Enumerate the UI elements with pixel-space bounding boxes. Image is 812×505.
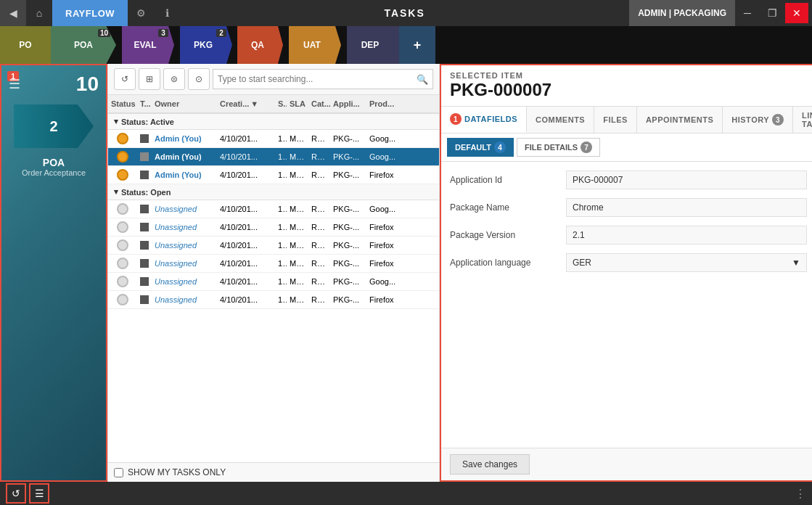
stage-pkg-label: PKG <box>194 40 213 50</box>
poa-subtitle: Order Acceptance <box>22 168 86 177</box>
field-label-package-version: Package Version <box>450 230 566 240</box>
active-label: Status: Active <box>121 118 174 126</box>
field-value-application-id: PKG-000007 <box>566 171 807 189</box>
bottom-refresh-button[interactable]: ↺ <box>6 483 26 504</box>
me-cell: ME... <box>287 222 308 232</box>
search-box: 🔍 <box>213 69 433 89</box>
chevron-down-icon: ▼ <box>792 258 800 268</box>
me-cell: ME... <box>287 276 308 287</box>
table-row[interactable]: Unassigned 4/10/201... 1... ME... RE... … <box>108 218 439 237</box>
subtab-file-details-label: FILE DETAILS <box>525 143 578 152</box>
header-created[interactable]: Creati... ▼ <box>217 98 275 110</box>
search-input[interactable] <box>218 74 417 84</box>
stage-eval-badge: 3 <box>158 29 168 37</box>
table-row[interactable]: Unassigned 4/10/201... 1... ME... RE... … <box>108 291 439 309</box>
bottom-list-button[interactable]: ☰ <box>29 483 49 504</box>
tab-linked-tasks[interactable]: LINKED TASKS <box>793 107 812 133</box>
show-my-tasks-input[interactable] <box>114 468 123 477</box>
table-row[interactable]: Admin (You) 4/10/201... 1... ME... RE...… <box>108 166 439 184</box>
task-toolbar: ↺ ⊞ ⊜ ⊙ 🔍 <box>108 64 439 95</box>
task-type-icon <box>140 259 149 268</box>
status-cell <box>108 168 137 181</box>
tab-files-label: FILES <box>603 115 628 124</box>
app-cell: Firefox <box>366 222 403 232</box>
table-row[interactable]: Unassigned 4/10/201... 1... ME... RE... … <box>108 273 439 291</box>
pkg-cell: PKG-... <box>330 295 366 305</box>
s-cell: 1... <box>275 152 287 162</box>
grid-view-button[interactable]: ⊞ <box>139 68 160 90</box>
table-row[interactable]: Unassigned 4/10/201... 1... ME... RE... … <box>108 237 439 255</box>
tab-comments[interactable]: COMMENTS <box>527 107 594 133</box>
header-prod: Prod... <box>366 98 403 110</box>
subtab-default[interactable]: DEFAULT 4 <box>447 138 514 157</box>
table-row[interactable]: Unassigned 4/10/201... 1... ME... RE... … <box>108 200 439 218</box>
info-icon[interactable]: ℹ <box>154 0 180 26</box>
stage-bar: PO 10 POA 3 EVAL 2 PKG QA UAT DEP + <box>0 26 812 64</box>
restore-button[interactable]: ❐ <box>760 3 784 23</box>
owner-cell: Unassigned <box>152 240 217 250</box>
field-label-application-id: Application Id <box>450 175 566 185</box>
file-details-badge: 7 <box>581 141 592 153</box>
task-footer: SHOW MY TASKS ONLY <box>108 462 439 482</box>
stage-poa-label: POA <box>74 40 93 50</box>
settings-icon[interactable]: ⚙ <box>128 0 154 26</box>
task-type-icon <box>140 134 149 143</box>
task-panel: ↺ ⊞ ⊜ ⊙ 🔍 Status T... Owner Creati... ▼ … <box>107 64 440 482</box>
tab-datafields[interactable]: 1 DATAFIELDS <box>441 107 527 133</box>
subtab-file-details[interactable]: FILE DETAILS 7 <box>517 138 600 157</box>
stage-poa[interactable]: 10 POA <box>51 26 116 64</box>
table-row[interactable]: Admin (You) 4/10/201... 1... ME... RE...… <box>108 130 439 148</box>
tab-datafields-label: DATAFIELDS <box>464 115 517 123</box>
minimize-button[interactable]: ─ <box>736 3 759 23</box>
stage-dep[interactable]: DEP <box>341 26 399 64</box>
date-cell: 4/10/201... <box>217 240 275 250</box>
back-button[interactable]: ◀ <box>0 0 26 26</box>
table-row[interactable]: Unassigned 4/10/201... 1... ME... RE... … <box>108 255 439 273</box>
open-arrow: ▾ <box>114 187 118 197</box>
save-changes-button[interactable]: Save changes <box>450 454 530 475</box>
task-type-icon <box>140 241 149 250</box>
stage-po[interactable]: PO <box>0 26 51 64</box>
table-row[interactable]: Admin (You) 4/10/201... 1... ME... RE...… <box>108 148 439 166</box>
save-view-button[interactable]: ⊙ <box>188 68 210 90</box>
field-row-application-language: Application language GER ▼ <box>450 253 807 272</box>
tab-files[interactable]: FILES <box>594 107 637 133</box>
tab-history[interactable]: HISTORY 3 <box>723 107 793 133</box>
app-cell: Firefox <box>366 240 403 250</box>
app-title: TASKS <box>180 7 629 19</box>
show-my-tasks-checkbox[interactable]: SHOW MY TASKS ONLY <box>114 467 226 477</box>
pkg-cell: PKG-... <box>330 258 366 268</box>
tab-appointments[interactable]: APPOINTMENTS <box>637 107 723 133</box>
filter-button[interactable]: ⊜ <box>163 68 185 90</box>
header-owner[interactable]: Owner <box>152 98 217 110</box>
re-cell: RE... <box>308 295 330 305</box>
stage-add[interactable]: + <box>399 26 435 64</box>
tab-linked-tasks-label: LINKED TASKS <box>802 111 812 128</box>
refresh-button[interactable]: ↺ <box>114 68 136 90</box>
subtab-default-label: DEFAULT <box>455 143 491 152</box>
stage-eval[interactable]: 3 EVAL <box>116 26 174 64</box>
field-row-package-name: Package Name Chrome <box>450 198 807 217</box>
close-button[interactable]: ✕ <box>785 3 808 23</box>
app-cell: Goog... <box>366 152 403 162</box>
date-cell: 4/10/201... <box>217 170 275 180</box>
field-select-application-language[interactable]: GER ▼ <box>566 253 807 272</box>
field-select-value: GER <box>573 258 591 268</box>
list-icon: ☰ <box>35 488 44 499</box>
stage-uat[interactable]: UAT <box>283 26 341 64</box>
status-cell <box>108 239 137 252</box>
stage-pkg[interactable]: 2 PKG <box>174 26 232 64</box>
rayflow-tab[interactable]: RAYFLOW <box>52 0 128 26</box>
stage-qa[interactable]: QA <box>232 26 283 64</box>
tab-comments-label: COMMENTS <box>536 115 585 124</box>
home-button[interactable]: ⌂ <box>26 0 52 26</box>
owner-cell: Unassigned <box>152 276 217 287</box>
search-icon: 🔍 <box>417 74 428 85</box>
more-options-button[interactable]: ⋮ <box>795 487 806 501</box>
title-bar: ◀ ⌂ RAYFLOW ⚙ ℹ TASKS ADMIN | PACKAGING … <box>0 0 812 26</box>
task-type-icon <box>140 171 149 179</box>
owner-cell: Admin (You) <box>152 152 217 162</box>
me-cell: ME... <box>287 152 308 162</box>
field-label-application-language: Application language <box>450 258 566 268</box>
owner-cell: Admin (You) <box>152 134 217 144</box>
